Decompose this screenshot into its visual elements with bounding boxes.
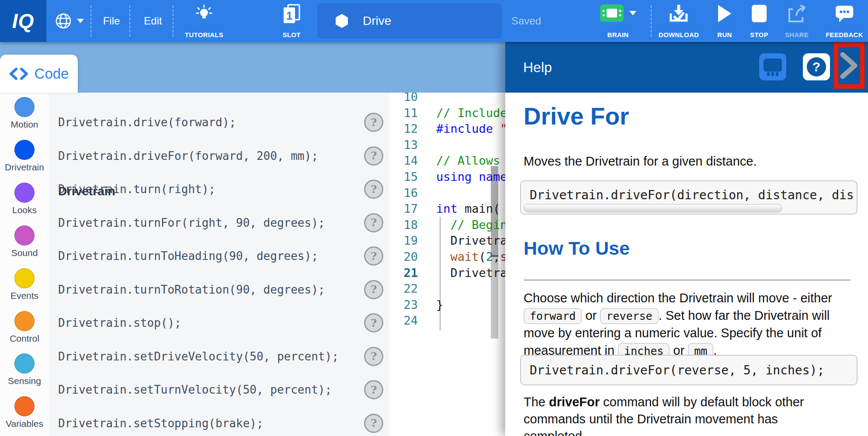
code-brackets-icon xyxy=(9,68,28,80)
help-question-button[interactable]: ? xyxy=(803,53,830,80)
feedback-icon xyxy=(834,4,855,23)
line-number: 18 xyxy=(389,217,418,233)
category-label: Events xyxy=(0,291,49,301)
category-color-dot xyxy=(14,353,35,374)
command-help-button[interactable]: ? xyxy=(364,380,383,399)
slot-icon: 1 xyxy=(282,4,301,24)
line-code: } xyxy=(436,298,443,311)
editor-line: 12#include " xyxy=(389,121,505,137)
editor-line: 13 xyxy=(389,137,436,153)
category-label: Looks xyxy=(0,205,49,215)
line-code: Drivetra xyxy=(436,234,505,247)
highlight-annotation xyxy=(834,42,865,89)
sidebar-item-sensing[interactable]: Sensing xyxy=(0,353,49,386)
help-content: Drive For Moves the Drivetrain for a giv… xyxy=(505,93,868,436)
lightbulb-icon xyxy=(194,4,214,23)
command-item[interactable]: Drivetrain.turnToRotation(90, degrees); xyxy=(58,282,325,298)
line-code: int main( xyxy=(436,202,500,215)
command-item[interactable]: Drivetrain.setDriveVelocity(50, percent)… xyxy=(58,349,339,365)
category-color-dot xyxy=(14,225,35,246)
command-help-button[interactable]: ? xyxy=(364,280,383,299)
line-number: 20 xyxy=(389,249,418,265)
command-help-button[interactable]: ? xyxy=(364,213,383,232)
project-name-button[interactable]: Drive xyxy=(317,3,502,38)
editor-line: 23} xyxy=(389,297,443,313)
question-icon: ? xyxy=(807,57,826,76)
line-number: 14 xyxy=(389,152,418,169)
line-code: Drivetra xyxy=(436,266,505,280)
editor-line: 20 wait(2,s xyxy=(389,249,505,265)
category-color-dot xyxy=(14,268,35,288)
editor-line: 11// Include xyxy=(389,105,505,121)
category-label: Motion xyxy=(0,119,49,130)
command-help-button[interactable]: ? xyxy=(364,347,383,366)
horizontal-scrollbar-thumb[interactable] xyxy=(524,204,782,212)
tutorials-button[interactable]: TUTORIALS xyxy=(185,0,223,42)
code-editor[interactable]: 1011// Include12#include "1314// Allows1… xyxy=(389,93,505,436)
stop-button[interactable]: STOP xyxy=(750,0,768,42)
file-menu[interactable]: File xyxy=(103,0,120,42)
category-color-dot xyxy=(14,311,35,331)
line-code: // Begin xyxy=(436,218,505,232)
line-number: 24 xyxy=(389,312,418,329)
category-label: Sound xyxy=(0,248,49,258)
line-code: using name xyxy=(436,170,505,183)
top-toolbar: IQ File Edit xyxy=(0,0,868,42)
command-item[interactable]: Drivetrain.turnToHeading(90, degrees); xyxy=(58,248,318,264)
language-menu[interactable] xyxy=(54,0,84,42)
help-title: Help xyxy=(523,42,552,93)
command-item[interactable]: Drivetrain.setStopping(brake); xyxy=(58,415,264,432)
example-code-box: Drivetrain.driveFor(reverse, 5, inches); xyxy=(520,355,858,385)
sidebar-item-drivetrain[interactable]: Drivetrain xyxy=(0,140,49,173)
category-label: Control xyxy=(0,333,49,344)
editor-line: 17int main( xyxy=(389,201,500,217)
command-help-button[interactable]: ? xyxy=(364,313,383,332)
editor-line: 18 // Begin xyxy=(389,217,505,233)
tab-code-label: Code xyxy=(35,66,69,82)
toolbar-divider xyxy=(90,5,91,37)
project-name: Drive xyxy=(363,14,391,28)
command-item[interactable]: Drivetrain.turn(right); xyxy=(58,181,215,197)
sidebar-item-motion[interactable]: Motion xyxy=(0,97,49,130)
run-button[interactable]: RUN xyxy=(717,0,732,42)
sidebar-item-events[interactable]: Events xyxy=(0,268,49,301)
brain-help-button[interactable] xyxy=(759,53,786,80)
command-help-button[interactable]: ? xyxy=(364,414,383,433)
command-help-button[interactable]: ? xyxy=(364,246,383,266)
hexagon-icon xyxy=(336,14,348,28)
slot-button[interactable]: 1 SLOT xyxy=(282,0,301,42)
help-panel: Help ? xyxy=(505,42,868,436)
command-help-button[interactable]: ? xyxy=(364,180,383,199)
command-item[interactable]: Drivetrain.drive(forward); xyxy=(58,114,236,131)
category-label: Drivetrain xyxy=(0,162,49,173)
category-color-dot xyxy=(14,183,35,203)
line-code: wait(2,s xyxy=(436,250,505,263)
brain-glyph-icon xyxy=(762,57,783,77)
sidebar-item-control[interactable]: Control xyxy=(0,311,49,344)
download-button[interactable]: DOWNLOAD xyxy=(659,0,699,42)
brain-button[interactable]: BRAIN xyxy=(600,0,636,42)
command-item[interactable]: Drivetrain.turnFor(right, 90, degrees); xyxy=(58,215,325,231)
editor-line: 19 Drivetra xyxy=(389,232,505,249)
command-item[interactable]: Drivetrain.stop(); xyxy=(58,315,181,331)
sidebar-item-variables[interactable]: Variables xyxy=(0,396,49,429)
command-help-button[interactable]: ? xyxy=(364,113,383,132)
globe-icon xyxy=(54,12,73,30)
tab-code[interactable]: Code xyxy=(0,55,78,93)
editor-line: 21 Drivetra xyxy=(389,265,505,281)
editor-line: 22 xyxy=(389,280,436,297)
help-description: Moves the Drivetrain for a given distanc… xyxy=(524,154,757,169)
edit-menu[interactable]: Edit xyxy=(144,0,162,42)
sidebar-item-sound[interactable]: Sound xyxy=(0,225,49,258)
command-help-button[interactable]: ? xyxy=(364,146,383,166)
share-button[interactable]: SHARE xyxy=(785,0,809,42)
feedback-button[interactable]: FEEDBACK xyxy=(826,0,863,42)
sidebar-item-looks[interactable]: Looks xyxy=(0,183,49,215)
command-item[interactable]: Drivetrain.driveFor(forward, 200, mm); xyxy=(58,148,318,164)
collapse-panel-button[interactable] xyxy=(840,52,858,79)
toolbar-divider xyxy=(129,5,130,37)
editor-line: 16 xyxy=(389,185,436,201)
command-item[interactable]: Drivetrain.setTurnVelocity(50, percent); xyxy=(58,382,332,398)
command-list-panel: Drivetrain Drivetrain.drive(forward);?Dr… xyxy=(49,93,389,436)
line-number: 13 xyxy=(389,137,418,153)
